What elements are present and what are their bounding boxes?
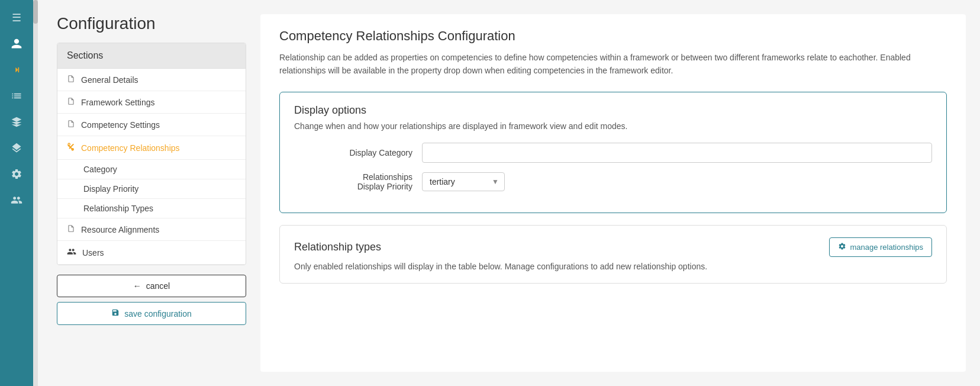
relationships-display-priority-row: Relationships Display Priority primary s… bbox=[294, 172, 932, 191]
sidebar-sub-item-display-priority[interactable]: Display Priority bbox=[57, 179, 246, 199]
menu-icon[interactable]: ☰ bbox=[6, 7, 27, 28]
sidebar-sub-item-label-display-priority: Display Priority bbox=[83, 184, 138, 194]
relationship-types-card: Relationship types manage relationships … bbox=[279, 225, 947, 284]
priority-select-wrapper: primary secondary tertiary quaternary ▼ bbox=[422, 172, 505, 191]
sections-box: Sections General Details Framework Setti… bbox=[57, 43, 246, 265]
sidebar-item-label-framework-settings: Framework Settings bbox=[81, 98, 154, 107]
sidebar-sub-item-label-relationship-types: Relationship Types bbox=[83, 204, 153, 213]
sidebar-sub-item-category[interactable]: Category bbox=[57, 160, 246, 179]
save-button[interactable]: save configuration bbox=[57, 302, 246, 325]
page-layout: Configuration Sections General Details F… bbox=[38, 0, 980, 386]
sidebar-item-resource-alignments[interactable]: Resource Alignments bbox=[57, 218, 246, 241]
doc-icon-framework bbox=[67, 97, 75, 107]
display-category-label: Display Category bbox=[294, 148, 412, 157]
doc-icon-resource-alignments bbox=[67, 224, 75, 234]
config-heading: Competency Relationships Configuration bbox=[279, 28, 947, 44]
layers-icon[interactable] bbox=[6, 137, 27, 159]
people-icon-users bbox=[67, 247, 76, 258]
sidebar-item-competency-settings[interactable]: Competency Settings bbox=[57, 114, 246, 136]
arrow-left-icon: ← bbox=[133, 281, 141, 291]
cancel-button[interactable]: ← cancel bbox=[57, 275, 246, 297]
scroll-thumb[interactable] bbox=[33, 0, 38, 24]
doc-icon-general bbox=[67, 75, 75, 85]
sidebar-sub-item-relationship-types[interactable]: Relationship Types bbox=[57, 199, 246, 218]
sidebar-item-label-general-details: General Details bbox=[81, 75, 138, 85]
relationships-display-priority-label: Relationships Display Priority bbox=[294, 172, 412, 191]
cancel-label: cancel bbox=[146, 281, 170, 291]
relationship-types-title: Relationship types bbox=[294, 241, 381, 253]
manage-relationships-button[interactable]: manage relationships bbox=[829, 237, 932, 257]
sidebar-item-general-details[interactable]: General Details bbox=[57, 69, 246, 91]
network-icon[interactable] bbox=[6, 111, 27, 133]
network-icon-competency-rel bbox=[67, 142, 76, 153]
sidebar-item-label-resource-alignments: Resource Alignments bbox=[81, 225, 159, 234]
svg-rect-0 bbox=[18, 67, 20, 72]
arrow-right-icon[interactable] bbox=[6, 59, 27, 81]
display-category-input[interactable] bbox=[422, 143, 932, 163]
priority-select[interactable]: primary secondary tertiary quaternary bbox=[422, 172, 505, 191]
display-options-desc: Change when and how your relationships a… bbox=[294, 121, 932, 131]
user-icon[interactable] bbox=[6, 33, 27, 54]
sections-header: Sections bbox=[57, 43, 246, 69]
relationship-types-header: Relationship types manage relationships bbox=[294, 237, 932, 257]
settings-icon[interactable] bbox=[6, 163, 27, 185]
sidebar-item-framework-settings[interactable]: Framework Settings bbox=[57, 91, 246, 114]
manage-relationships-label: manage relationships bbox=[850, 243, 923, 252]
list-icon[interactable] bbox=[6, 85, 27, 107]
page-title: Configuration bbox=[57, 14, 246, 33]
nav-bar: ☰ bbox=[0, 0, 33, 386]
scroll-track[interactable] bbox=[33, 0, 38, 386]
sidebar-item-label-competency-settings: Competency Settings bbox=[81, 120, 160, 130]
display-options-card: Display options Change when and how your… bbox=[279, 92, 947, 213]
sidebar-item-label-competency-rel: Competency Relationships bbox=[81, 143, 180, 153]
sidebar-item-label-users: Users bbox=[82, 248, 104, 258]
save-icon bbox=[111, 308, 120, 319]
display-category-row: Display Category bbox=[294, 143, 932, 163]
sidebar: Configuration Sections General Details F… bbox=[57, 14, 246, 372]
sidebar-item-competency-relationships[interactable]: Competency Relationships bbox=[57, 136, 246, 160]
relationship-types-desc: Only enabled relationships will display … bbox=[294, 262, 932, 271]
people-icon[interactable] bbox=[6, 189, 27, 211]
display-options-title: Display options bbox=[294, 104, 932, 117]
doc-icon-competency-settings bbox=[67, 120, 75, 130]
save-label: save configuration bbox=[124, 309, 192, 319]
main-content: Configuration Sections General Details F… bbox=[38, 0, 980, 386]
sidebar-sub-item-label-category: Category bbox=[83, 165, 117, 174]
sidebar-item-users[interactable]: Users bbox=[57, 241, 246, 265]
right-content: Competency Relationships Configuration R… bbox=[260, 14, 966, 372]
sidebar-actions: ← cancel save configuration bbox=[57, 275, 246, 325]
config-description: Relationship can be added as properties … bbox=[279, 51, 947, 78]
gear-icon-manage bbox=[838, 242, 846, 252]
